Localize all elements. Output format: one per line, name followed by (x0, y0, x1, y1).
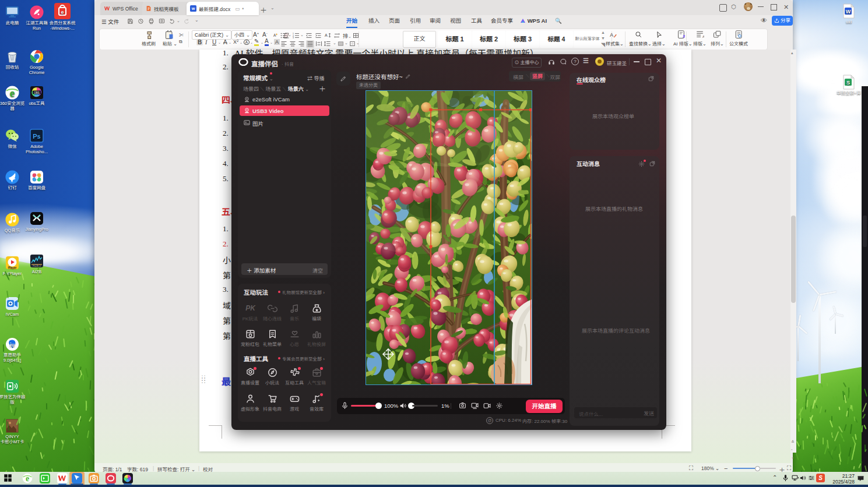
svg-text:W: W (846, 9, 851, 15)
svg-text:A: A (702, 35, 704, 38)
svg-text:e: e (61, 9, 64, 15)
svg-text:AIZB 3: AIZB 3 (33, 264, 41, 267)
svg-text:A: A (610, 32, 613, 38)
svg-text:Player: Player (8, 266, 17, 269)
svg-text:OBS: OBS (34, 91, 40, 94)
svg-text:A: A (325, 33, 328, 37)
svg-text:PK: PK (245, 304, 256, 312)
svg-text:S: S (846, 80, 850, 86)
svg-text:A: A (273, 33, 276, 37)
svg-text:3: 3 (293, 37, 294, 38)
svg-text:W: W (192, 7, 195, 10)
svg-text:iu: iu (10, 342, 15, 348)
svg-text:Ps: Ps (33, 133, 40, 140)
